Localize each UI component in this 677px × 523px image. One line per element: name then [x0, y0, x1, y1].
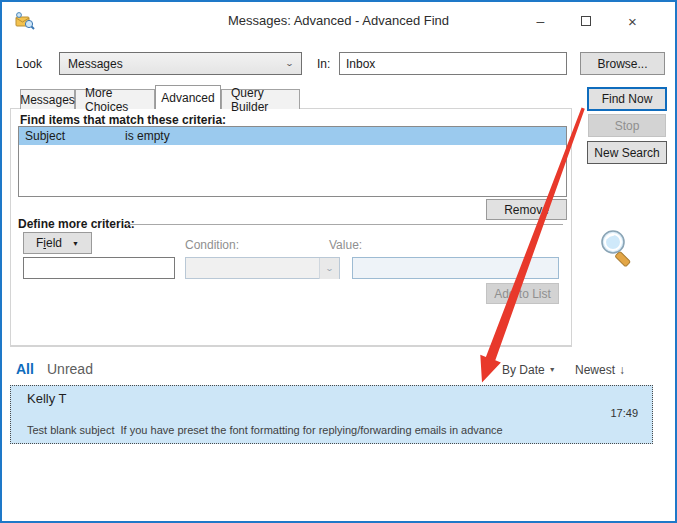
in-label: In:: [317, 57, 330, 71]
find-now-button[interactable]: Find Now: [587, 87, 667, 111]
look-label: Look: [16, 57, 42, 71]
mail-preview: Test blank subject If you have preset th…: [27, 424, 503, 436]
condition-label: Condition:: [185, 238, 239, 252]
filter-unread[interactable]: Unread: [47, 361, 93, 377]
tab-query-builder[interactable]: Query Builder: [221, 89, 300, 109]
criteria-row[interactable]: Subject is empty: [19, 127, 566, 145]
arrow-down-icon: ↓: [619, 363, 625, 377]
condition-select[interactable]: ⌄: [185, 257, 340, 279]
tab-more-choices[interactable]: More Choices: [75, 89, 155, 109]
look-for-select[interactable]: Messages ⌄: [59, 52, 302, 75]
sort-order-toggle[interactable]: Newest↓: [575, 363, 625, 377]
tab-advanced[interactable]: Advanced: [155, 85, 221, 109]
criteria-condition: is empty: [125, 129, 170, 143]
divider: [126, 224, 563, 225]
maximize-button[interactable]: [563, 2, 608, 40]
look-for-value: Messages: [68, 57, 123, 71]
in-folder-input[interactable]: [339, 52, 567, 75]
define-more-criteria-label: Define more criteria:: [18, 217, 135, 231]
caret-down-icon: ▼: [72, 240, 79, 247]
stop-button[interactable]: Stop: [588, 114, 666, 137]
sort-by-dropdown[interactable]: By Date▼: [502, 363, 556, 377]
mail-time: 17:49: [610, 407, 638, 419]
advanced-find-window: Messages: Advanced - Advanced Find – × L…: [0, 0, 677, 523]
chevron-down-icon: ⌄: [285, 59, 294, 68]
minimize-button[interactable]: –: [518, 2, 563, 40]
close-button[interactable]: ×: [610, 2, 655, 40]
field-menu-button[interactable]: Field ▼: [23, 232, 92, 254]
sort-order-label: Newest: [575, 363, 615, 377]
remove-button[interactable]: Remove: [486, 199, 567, 220]
close-icon: ×: [628, 13, 637, 30]
chevron-down-icon: ⌄: [319, 258, 339, 279]
search-icon: [599, 228, 635, 270]
value-input[interactable]: [352, 257, 559, 279]
titlebar: Messages: Advanced - Advanced Find – ×: [2, 2, 675, 40]
list-item[interactable]: Kelly T 17:49 Test blank subject If you …: [10, 385, 653, 444]
value-label: Value:: [329, 238, 362, 252]
field-name-input[interactable]: [23, 257, 175, 279]
mail-sender: Kelly T: [27, 391, 67, 406]
criteria-field: Subject: [19, 129, 125, 143]
filter-all[interactable]: All: [16, 361, 34, 377]
minimize-icon: –: [537, 13, 545, 29]
field-menu-label: Field: [36, 236, 62, 250]
new-search-button[interactable]: New Search: [587, 141, 667, 164]
sort-by-label: By Date: [502, 363, 545, 377]
browse-button[interactable]: Browse...: [580, 52, 665, 75]
criteria-listbox[interactable]: Subject is empty: [18, 126, 567, 197]
criteria-heading: Find items that match these criteria:: [20, 113, 226, 127]
caret-down-icon: ▼: [549, 366, 556, 373]
tab-messages[interactable]: Messages: [20, 89, 75, 109]
maximize-icon: [581, 16, 591, 26]
add-to-list-button[interactable]: Add to List: [486, 283, 559, 304]
